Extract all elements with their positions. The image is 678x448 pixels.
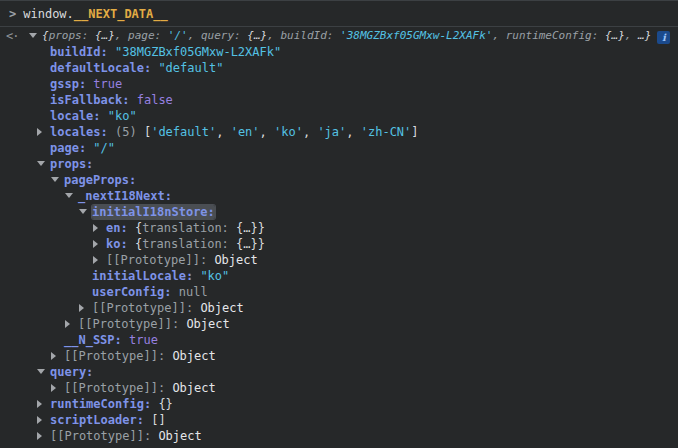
- triangle-down-icon[interactable]: [79, 204, 92, 220]
- triangle-right-icon[interactable]: [51, 348, 64, 364]
- row-prototype: [[Prototype]]: Object: [0, 316, 678, 332]
- triangle-right-icon[interactable]: [65, 316, 78, 332]
- row-prototype: [[Prototype]]: Object: [0, 348, 678, 364]
- token: {…}}: [236, 221, 265, 235]
- token: props:: [49, 29, 95, 42]
- token: , runtimeConfig:: [492, 29, 605, 42]
- token: [[Prototype]]:: [92, 301, 200, 315]
- token: pageProps:: [64, 173, 136, 187]
- token: ,: [303, 125, 317, 139]
- token: ,: [260, 125, 274, 139]
- token: _nextI18Next:: [78, 189, 172, 203]
- triangle-right-icon[interactable]: [79, 300, 92, 316]
- row-page: page: "/": [0, 140, 678, 156]
- token: 'zh-CN': [361, 125, 412, 139]
- row-userConfig: userConfig: null: [0, 284, 678, 300]
- row-initialI18nStore: initialI18nStore:: [0, 204, 678, 220]
- token: "default": [158, 61, 223, 75]
- token: translation:: [142, 237, 236, 251]
- token: "38MGZBxf05GMxw-L2XAFk": [115, 45, 281, 59]
- token: null: [179, 285, 208, 299]
- token: …}: [638, 29, 651, 42]
- token: 'ja': [317, 125, 346, 139]
- row-defaultLocale: defaultLocale: "default": [0, 60, 678, 76]
- console-input[interactable]: > window.__NEXT_DATA__: [0, 0, 678, 27]
- row-locales: locales: (5) ['default', 'en', 'ko', 'ja…: [0, 124, 678, 140]
- token: , buildId:: [267, 29, 340, 42]
- token: initialLocale:: [92, 269, 200, 283]
- triangle-down-icon[interactable]: [37, 156, 50, 172]
- token: 'ko': [274, 125, 303, 139]
- triangle-right-icon[interactable]: [37, 124, 50, 140]
- token: userConfig:: [92, 285, 179, 299]
- triangle-right-icon[interactable]: [93, 252, 106, 268]
- token: ]: [411, 125, 418, 139]
- row-gssp: gssp: true: [0, 76, 678, 92]
- token: Object: [158, 429, 201, 443]
- token: ,: [346, 125, 360, 139]
- token: Object: [172, 349, 215, 363]
- token: page:: [50, 141, 93, 155]
- token: ko:: [106, 237, 135, 251]
- row-en: en: {translation: {…}}: [0, 220, 678, 236]
- token: [[Prototype]]:: [50, 429, 158, 443]
- token: [[Prototype]]:: [64, 349, 172, 363]
- triangle-right-icon[interactable]: [37, 412, 50, 428]
- token: buildId:: [50, 45, 115, 59]
- triangle-right-icon[interactable]: [37, 428, 50, 444]
- row-buildId: buildId: "38MGZBxf05GMxw-L2XAFk": [0, 44, 678, 60]
- triangle-right-icon[interactable]: [37, 396, 50, 412]
- triangle-right-icon[interactable]: [93, 220, 106, 236]
- row-props: props:: [0, 156, 678, 172]
- triangle-right-icon[interactable]: [93, 236, 106, 252]
- token: {…}: [247, 29, 267, 42]
- token: runtimeConfig:: [50, 397, 158, 411]
- input-object-text: window.: [23, 7, 74, 21]
- row-prototype: [[Prototype]]: Object: [0, 380, 678, 396]
- triangle-down-icon[interactable]: [65, 188, 78, 204]
- row-locale: locale: "ko": [0, 108, 678, 124]
- info-icon[interactable]: i: [657, 31, 670, 44]
- token: {…}: [605, 29, 625, 42]
- triangle-down-icon[interactable]: [29, 28, 42, 44]
- triangle-down-icon[interactable]: [51, 172, 64, 188]
- token: Object: [172, 381, 215, 395]
- token: , query:: [188, 29, 248, 42]
- token: Object: [186, 317, 229, 331]
- triangle-right-icon[interactable]: [51, 380, 64, 396]
- token: , page:: [115, 29, 168, 42]
- row-scriptLoader: scriptLoader: []: [0, 412, 678, 428]
- token: {…}: [95, 29, 115, 42]
- token: ,: [216, 125, 230, 139]
- row-pageProps: pageProps:: [0, 172, 678, 188]
- returned-value-icon: <·: [6, 28, 18, 44]
- row-runtimeConfig: runtimeConfig: {}: [0, 396, 678, 412]
- token: '/': [168, 29, 188, 42]
- token: locales:: [50, 125, 115, 139]
- row-initialLocale: initialLocale: "ko": [0, 268, 678, 284]
- row-prototype: [[Prototype]]: Object: [0, 428, 678, 444]
- token: translation:: [142, 221, 236, 235]
- token: scriptLoader:: [50, 413, 151, 427]
- token: [[Prototype]]:: [106, 253, 214, 267]
- row-prototype: [[Prototype]]: Object: [0, 252, 678, 268]
- token: isFallback:: [50, 93, 137, 107]
- token: false: [137, 93, 173, 107]
- row-N-SSP: __N_SSP: true: [0, 332, 678, 348]
- token: query:: [50, 365, 93, 379]
- row-isFallback: isFallback: false: [0, 92, 678, 108]
- devtools-console-panel: > window.__NEXT_DATA__ <·{props: {…}, pa…: [0, 0, 678, 448]
- row-nextI18Next: _nextI18Next:: [0, 188, 678, 204]
- triangle-down-icon[interactable]: [37, 364, 50, 380]
- token: "ko": [200, 269, 229, 283]
- token: Object: [200, 301, 243, 315]
- token: locale:: [50, 109, 108, 123]
- token: __N_SSP:: [64, 333, 129, 347]
- token: 'en': [231, 125, 260, 139]
- token: "/": [93, 141, 115, 155]
- token: {…}}: [236, 237, 265, 251]
- result-preview: <·{props: {…}, page: '/', query: {…}, bu…: [0, 28, 678, 44]
- input-property-text: __NEXT_DATA__: [74, 7, 168, 21]
- token: []: [151, 413, 165, 427]
- console-prompt-icon: >: [9, 7, 16, 21]
